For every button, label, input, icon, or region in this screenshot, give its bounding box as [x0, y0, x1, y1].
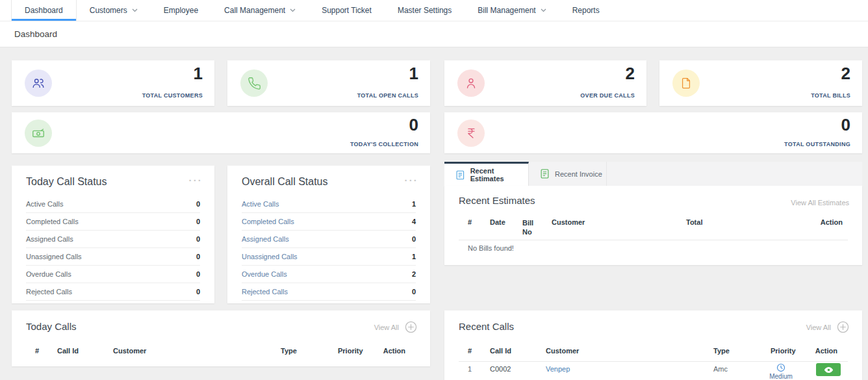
nav-item-call-management[interactable]: Call Management — [211, 0, 309, 21]
cash-icon — [25, 120, 52, 147]
cell-type: Amc — [713, 365, 728, 373]
status-value: 0 — [196, 218, 200, 225]
header-divider — [459, 361, 848, 362]
priority-label: Medium — [768, 373, 794, 380]
stat-label: TOTAL OUTSTANDING — [784, 141, 850, 147]
col-header-priority: Priority — [338, 347, 363, 355]
status-row: Completed Calls 4 — [242, 213, 416, 231]
nav-item-label: Bill Management — [478, 6, 535, 15]
plus-circle-icon[interactable] — [405, 321, 417, 333]
col-header-bill-no: Bill No — [522, 218, 539, 236]
col-header-action: Action — [821, 218, 843, 226]
col-header-call-id: Call Id — [57, 347, 79, 355]
status-label: Active Calls — [26, 200, 63, 208]
col-header-customer: Customer — [552, 218, 585, 226]
col-header-index: # — [468, 218, 472, 226]
status-row: Rejected Calls 0 — [26, 283, 200, 301]
nav-item-bill-management[interactable]: Bill Management — [465, 0, 559, 21]
file-icon — [672, 70, 700, 97]
nav-item-label: Master Settings — [398, 6, 452, 15]
nav-item-employee[interactable]: Employee — [151, 0, 211, 21]
status-label: Assigned Calls — [242, 235, 289, 243]
status-label: Rejected Calls — [242, 288, 288, 296]
status-label: Completed Calls — [26, 218, 79, 225]
panel-title: Today Calls — [26, 321, 77, 332]
stat-label: TOTAL BILLS — [811, 92, 850, 99]
eye-icon — [824, 366, 834, 374]
status-row: Overdue Calls 0 — [26, 266, 200, 283]
stat-value: 2 — [626, 65, 635, 82]
col-header-customer: Customer — [546, 347, 579, 355]
today-call-status-panel: Today Call Status ... Active Calls 0 Com… — [12, 166, 214, 303]
tab-recent-estimates[interactable]: Recent Estimates — [444, 162, 529, 186]
stat-card-todays-collection: 0 TODAY'S COLLECTION — [12, 112, 430, 153]
status-row: Rejected Calls 0 — [242, 283, 416, 301]
chevron-down-icon — [541, 8, 546, 12]
status-value: 4 — [412, 218, 416, 225]
status-label: Overdue Calls — [26, 270, 71, 278]
status-label: Unassigned Calls — [26, 253, 82, 260]
status-value: 0 — [196, 270, 200, 278]
status-row: Unassigned Calls 1 — [242, 248, 416, 266]
status-label: Overdue Calls — [242, 270, 287, 278]
nav-item-reports[interactable]: Reports — [559, 0, 613, 21]
col-header-date: Date — [490, 218, 505, 226]
nav-item-label: Support Ticket — [322, 6, 372, 15]
col-header-type: Type — [713, 347, 730, 355]
nav-item-label: Reports — [572, 6, 600, 15]
status-list: Active Calls 1 Completed Calls 4 Assigne… — [242, 196, 416, 301]
col-header-type: Type — [281, 347, 297, 355]
page-title: Dashboard — [14, 21, 57, 47]
stat-card-total-bills: 2 TOTAL BILLS — [659, 60, 862, 106]
dots-menu-icon[interactable]: ... — [188, 172, 203, 183]
col-header-customer: Customer — [113, 347, 146, 355]
status-row: Completed Calls 0 — [26, 213, 200, 231]
person-icon — [457, 70, 485, 97]
status-value: 2 — [412, 270, 416, 278]
status-label: Assigned Calls — [26, 235, 73, 243]
cell-priority: Medium — [768, 363, 794, 380]
view-all-estimates-link[interactable]: View All Estimates — [791, 199, 849, 207]
status-label: Unassigned Calls — [242, 253, 298, 260]
status-row: Active Calls 0 — [26, 196, 200, 213]
clock-icon — [776, 363, 785, 372]
cell-customer-link[interactable]: Venpep — [546, 365, 570, 373]
status-value: 0 — [196, 200, 200, 208]
col-header-action: Action — [383, 347, 405, 355]
nav-item-master-settings[interactable]: Master Settings — [385, 0, 465, 21]
today-calls-panel: Today Calls View All # Call Id Customer … — [12, 310, 430, 366]
panel-title: Today Call Status — [26, 176, 107, 188]
status-row: Unassigned Calls 0 — [26, 248, 200, 266]
view-all-link[interactable]: View All — [374, 323, 399, 331]
panel-title: Overall Call Status — [242, 176, 328, 188]
cell-index: 1 — [468, 365, 472, 373]
col-header-call-id: Call Id — [490, 347, 511, 355]
nav-item-dashboard[interactable]: Dashboard — [11, 0, 77, 21]
stat-value: 0 — [841, 116, 850, 133]
status-label: Rejected Calls — [26, 288, 72, 296]
breadcrumb-bar: Dashboard — [0, 21, 868, 47]
phone-icon — [240, 70, 268, 97]
nav-item-customers[interactable]: Customers — [77, 0, 151, 21]
nav-item-support-ticket[interactable]: Support Ticket — [309, 0, 385, 21]
recent-estimates-panel: Recent Estimates View All Estimates # Da… — [444, 186, 862, 265]
stat-label: TOTAL OPEN CALLS — [357, 92, 418, 99]
stat-label: OVER DUE CALLS — [580, 92, 635, 99]
tab-recent-invoice[interactable]: Recent Invoice — [529, 162, 607, 186]
nav-item-label: Customers — [90, 6, 127, 15]
chevron-down-icon — [132, 8, 138, 12]
stat-card-total-open-calls: 1 TOTAL OPEN CALLS — [227, 60, 430, 106]
document-icon — [456, 170, 465, 180]
col-header-index: # — [468, 347, 472, 355]
view-all-link[interactable]: View All — [806, 323, 831, 331]
dots-menu-icon[interactable]: ... — [404, 172, 418, 183]
nav-item-label: Call Management — [224, 6, 285, 15]
header-divider — [459, 240, 848, 240]
panel-title: Recent Calls — [459, 321, 514, 332]
view-call-button[interactable] — [816, 363, 841, 376]
status-value: 0 — [196, 288, 200, 296]
stat-value: 1 — [409, 65, 418, 82]
top-navbar: Dashboard Customers Employee Call Manage… — [0, 0, 868, 21]
stat-card-total-outstanding: 0 TOTAL OUTSTANDING — [444, 112, 862, 153]
plus-circle-icon[interactable] — [837, 321, 849, 333]
